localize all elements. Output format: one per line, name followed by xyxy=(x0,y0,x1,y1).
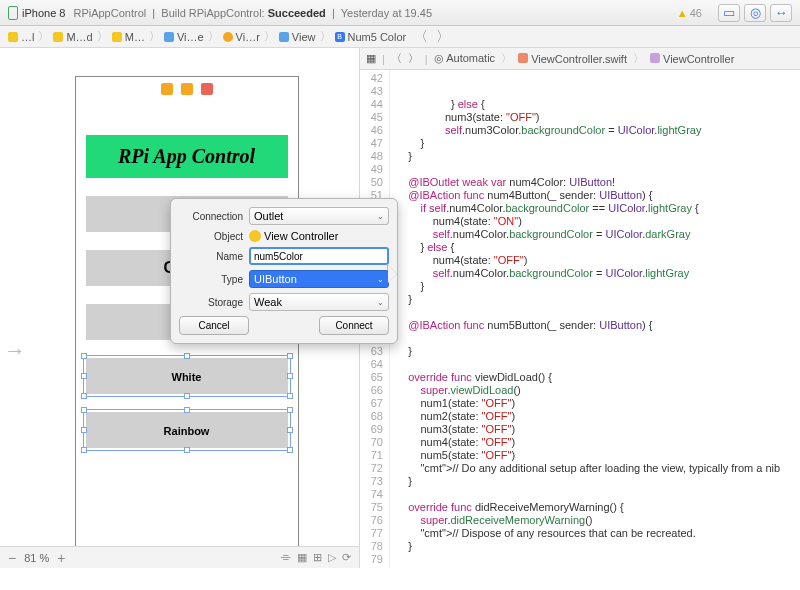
warning-count[interactable]: ▲ 46 xyxy=(677,7,702,19)
button-white[interactable]: White xyxy=(86,358,288,394)
file-crumb[interactable]: ViewController.swift xyxy=(518,53,627,65)
name-input[interactable] xyxy=(249,247,389,265)
assistant-button[interactable]: ◎ xyxy=(744,4,766,22)
current-line-highlight xyxy=(390,291,800,304)
chevron-down-icon: ⌄ xyxy=(377,298,384,307)
nav-back-icon[interactable]: 〈 xyxy=(391,51,402,66)
cancel-button[interactable]: Cancel xyxy=(179,316,249,335)
object-value: View Controller xyxy=(249,230,389,242)
pin-icon[interactable]: ⊞ xyxy=(313,551,322,564)
scene-toolbar xyxy=(76,77,298,101)
zoom-level: 81 % xyxy=(24,552,49,564)
connect-button[interactable]: Connect xyxy=(319,316,389,335)
storage-select[interactable]: Weak⌄ xyxy=(249,293,389,311)
version-button[interactable]: ↔ xyxy=(770,4,792,22)
zoom-out-button[interactable]: − xyxy=(8,550,16,566)
ib-breadcrumb: …l〉 M…d〉 M…〉 Vi…e〉 Vi…r〉 View〉 BNum5 Col… xyxy=(0,26,800,48)
selection-handles xyxy=(83,355,291,397)
align-icon[interactable]: ▦ xyxy=(297,551,307,564)
crumb[interactable]: Vi…r xyxy=(219,31,264,43)
nav-fwd-icon[interactable]: 〉 xyxy=(432,28,454,46)
crumb[interactable]: M… xyxy=(108,31,149,43)
source-editor[interactable]: 4243444546474849505152535455565758596061… xyxy=(360,70,800,568)
related-items-icon[interactable]: ▦ xyxy=(366,52,376,65)
chevron-down-icon: ⌄ xyxy=(377,275,384,284)
code-editor-panel: ▦ | 〈 〉 | ◎ Automatic 〉 ViewController.s… xyxy=(360,48,800,568)
build-status: RPiAppControl | Build RPiAppControl: Suc… xyxy=(73,7,432,19)
crumb[interactable]: BNum5 Color xyxy=(331,31,411,43)
crumb[interactable]: …l xyxy=(4,31,38,43)
right-toolbar-buttons: ▭ ◎ ↔ xyxy=(718,4,792,22)
exit-icon[interactable] xyxy=(201,83,213,95)
connection-label: Connection xyxy=(179,211,243,222)
initial-vc-arrow-icon: → xyxy=(4,338,26,364)
canvas-bottom-bar: − 81 % + ⌯ ▦ ⊞ ▷ ⟳ xyxy=(0,546,359,568)
chevron-down-icon: ⌄ xyxy=(377,212,384,221)
nav-fwd-icon[interactable]: 〉 xyxy=(408,51,419,66)
device-selector[interactable]: iPhone 8 xyxy=(8,6,65,20)
assistant-mode[interactable]: ◎ Automatic xyxy=(434,52,495,65)
vc-icon xyxy=(249,230,261,242)
name-label: Name xyxy=(179,251,243,262)
type-select[interactable]: UIButton⌄ xyxy=(249,270,389,288)
editor-mode-button[interactable]: ▭ xyxy=(718,4,740,22)
device-config-icon[interactable]: ⌯ xyxy=(280,551,291,564)
top-toolbar: iPhone 8 RPiAppControl | Build RPiAppCon… xyxy=(0,0,800,26)
first-responder-icon[interactable] xyxy=(181,83,193,95)
crumb[interactable]: View xyxy=(275,31,320,43)
connection-select[interactable]: Outlet⌄ xyxy=(249,207,389,225)
storage-label: Storage xyxy=(179,297,243,308)
type-label: Type xyxy=(179,274,243,285)
outlet-connection-popover: Connection Outlet⌄ Object View Controlle… xyxy=(170,198,398,344)
selection-handles xyxy=(83,409,291,451)
crumb[interactable]: M…d xyxy=(49,31,96,43)
warning-icon: ▲ xyxy=(677,7,688,19)
vc-icon[interactable] xyxy=(161,83,173,95)
resolve-icon[interactable]: ▷ xyxy=(328,551,336,564)
device-name: iPhone 8 xyxy=(22,7,65,19)
source-text[interactable]: } else { num3(state: "OFF") self.num3Col… xyxy=(390,70,800,568)
nav-back-icon[interactable]: 〈 xyxy=(410,28,432,46)
zoom-in-button[interactable]: + xyxy=(57,550,65,566)
button-rainbow[interactable]: Rainbow xyxy=(86,412,288,448)
embed-icon[interactable]: ⟳ xyxy=(342,551,351,564)
jump-bar: ▦ | 〈 〉 | ◎ Automatic 〉 ViewController.s… xyxy=(360,48,800,70)
app-title-label[interactable]: RPi App Control xyxy=(86,135,288,178)
crumb[interactable]: Vi…e xyxy=(160,31,208,43)
class-crumb[interactable]: ViewController xyxy=(650,53,734,65)
object-label: Object xyxy=(179,231,243,242)
phone-icon xyxy=(8,6,18,20)
